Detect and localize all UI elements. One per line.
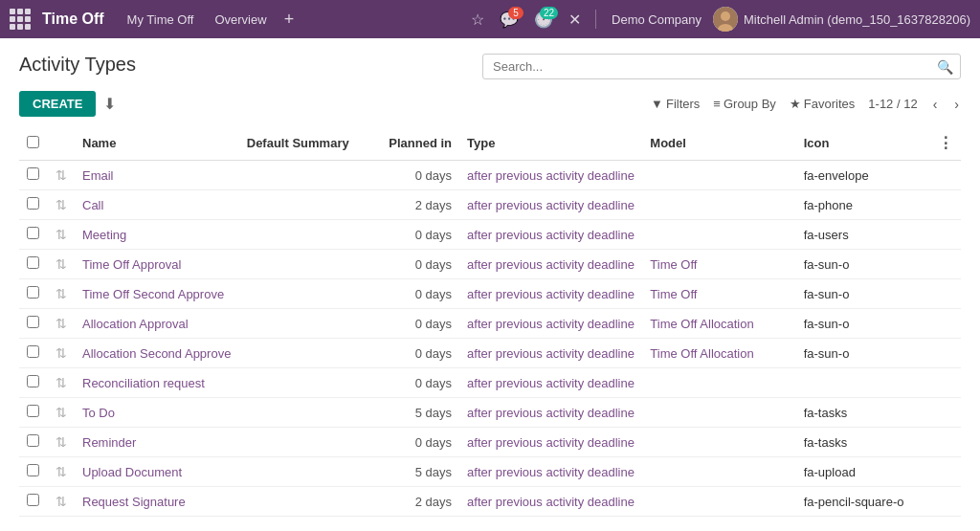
- row-planned-cell: 0 days: [373, 368, 459, 398]
- app-grid-icon[interactable]: [10, 9, 31, 30]
- page-title: Activity Types: [19, 54, 136, 76]
- row-icon-cell: fa-upload: [796, 457, 930, 487]
- row-checkbox[interactable]: [27, 167, 39, 180]
- next-page-button[interactable]: ›: [952, 97, 961, 112]
- group-by-button[interactable]: ≡ Group By: [713, 97, 776, 111]
- row-name-link[interactable]: Time Off Second Approve: [82, 287, 224, 301]
- row-default-summary-cell: [239, 190, 373, 220]
- row-default-summary-cell: [239, 457, 373, 487]
- company-name[interactable]: Demo Company: [606, 12, 707, 27]
- chat-icon[interactable]: 💬 5: [495, 11, 523, 29]
- th-more-menu[interactable]: ⋮: [930, 126, 961, 161]
- chat-badge: 5: [508, 7, 523, 19]
- prev-page-button[interactable]: ‹: [931, 97, 940, 112]
- row-checkbox[interactable]: [27, 227, 39, 239]
- row-name-link[interactable]: Upload Document: [82, 465, 182, 479]
- row-name-link[interactable]: Call: [82, 198, 103, 212]
- row-model-link[interactable]: Time Off: [650, 257, 697, 272]
- row-planned-cell: 0 days: [373, 161, 459, 190]
- create-button[interactable]: CREATE: [19, 91, 96, 117]
- column-menu-icon[interactable]: ⋮: [938, 135, 953, 151]
- th-name[interactable]: Name: [75, 126, 239, 161]
- th-default-summary[interactable]: Default Summary: [239, 126, 373, 161]
- row-name-link[interactable]: Request Signature: [82, 495, 186, 509]
- favorites-button[interactable]: ★ Favorites: [790, 97, 855, 111]
- row-planned-cell: 0 days: [373, 309, 459, 339]
- filters-button[interactable]: ▼ Filters: [651, 97, 700, 111]
- nav-divider: [595, 10, 596, 29]
- row-name-link[interactable]: Email: [82, 168, 114, 183]
- row-menu-cell: [930, 428, 961, 457]
- table-row: ⇅ Reconciliation request 0 days after pr…: [19, 368, 961, 398]
- row-checkbox[interactable]: [27, 375, 39, 387]
- row-name-link[interactable]: Meeting: [82, 228, 126, 242]
- nav-my-time-off[interactable]: My Time Off: [120, 12, 202, 27]
- row-model-link[interactable]: Time Off: [650, 287, 697, 301]
- row-checkbox[interactable]: [27, 197, 39, 210]
- th-drag: [48, 126, 75, 161]
- search-button[interactable]: 🔍: [937, 59, 953, 75]
- row-menu-cell: [930, 190, 961, 220]
- search-input[interactable]: [482, 54, 961, 79]
- drag-handle-icon[interactable]: ⇅: [56, 345, 67, 361]
- row-planned-cell: 0 days: [373, 279, 459, 309]
- user-menu[interactable]: Mitchell Admin (demo_150_1637828206): [713, 7, 970, 32]
- table-row: ⇅ Request Signature 2 days after previou…: [19, 487, 961, 517]
- row-model-cell: Time Off Allocation: [642, 309, 795, 339]
- select-all-checkbox[interactable]: [27, 136, 39, 148]
- th-type[interactable]: Type: [459, 126, 642, 161]
- row-drag-cell: ⇅: [48, 309, 75, 339]
- row-checkbox[interactable]: [27, 256, 39, 269]
- drag-handle-icon[interactable]: ⇅: [56, 167, 67, 183]
- row-checkbox[interactable]: [27, 405, 39, 417]
- row-menu-cell: [930, 339, 961, 368]
- th-planned[interactable]: Planned in: [373, 126, 459, 161]
- row-menu-cell: [930, 161, 961, 190]
- nav-add-button[interactable]: +: [280, 10, 299, 30]
- drag-handle-icon[interactable]: ⇅: [56, 375, 67, 390]
- drag-handle-icon[interactable]: ⇅: [56, 286, 67, 301]
- row-checkbox[interactable]: [27, 286, 39, 299]
- row-type-cell: after previous activity deadline: [459, 487, 642, 517]
- row-planned-cell: 2 days: [373, 190, 459, 220]
- row-checkbox-cell: [19, 368, 48, 398]
- drag-handle-icon[interactable]: ⇅: [56, 197, 67, 212]
- row-default-summary-cell: [239, 279, 373, 309]
- drag-handle-icon[interactable]: ⇅: [56, 405, 67, 420]
- row-name-link[interactable]: Reminder: [82, 435, 136, 450]
- row-name-link[interactable]: Allocation Second Approve: [82, 346, 231, 361]
- row-type-cell: after previous activity deadline: [459, 190, 642, 220]
- search-container: 🔍: [482, 54, 961, 79]
- row-checkbox[interactable]: [27, 316, 39, 328]
- row-name-link[interactable]: Allocation Approval: [82, 317, 189, 331]
- svg-point-1: [721, 11, 730, 21]
- row-checkbox[interactable]: [27, 494, 39, 506]
- row-name-link[interactable]: Time Off Approval: [82, 257, 181, 272]
- row-model-cell: Time Off: [642, 279, 795, 309]
- row-name-link[interactable]: To Do: [82, 406, 115, 420]
- download-button[interactable]: ⬇: [103, 95, 116, 113]
- row-name-link[interactable]: Reconciliation request: [82, 376, 205, 390]
- row-type-cell: after previous activity deadline: [459, 428, 642, 457]
- drag-handle-icon[interactable]: ⇅: [56, 227, 67, 242]
- clock-icon[interactable]: 🕐 22: [529, 11, 558, 29]
- row-drag-cell: ⇅: [48, 161, 75, 190]
- drag-handle-icon[interactable]: ⇅: [56, 256, 67, 272]
- row-model-link[interactable]: Time Off Allocation: [650, 346, 753, 361]
- row-checkbox-cell: [19, 220, 48, 250]
- row-checkbox[interactable]: [27, 345, 39, 358]
- th-icon[interactable]: Icon: [796, 126, 930, 161]
- star-icon[interactable]: ☆: [466, 11, 489, 29]
- nav-overview[interactable]: Overview: [207, 12, 274, 27]
- drag-handle-icon[interactable]: ⇅: [56, 494, 67, 509]
- drag-handle-icon[interactable]: ⇅: [56, 434, 67, 450]
- row-checkbox[interactable]: [27, 464, 39, 476]
- drag-handle-icon[interactable]: ⇅: [56, 316, 67, 331]
- row-planned-cell: 0 days: [373, 250, 459, 279]
- th-model[interactable]: Model: [642, 126, 795, 161]
- drag-handle-icon[interactable]: ⇅: [56, 464, 67, 479]
- row-checkbox[interactable]: [27, 434, 39, 447]
- row-drag-cell: ⇅: [48, 190, 75, 220]
- row-model-link[interactable]: Time Off Allocation: [650, 317, 753, 331]
- close-icon[interactable]: ✕: [564, 11, 586, 29]
